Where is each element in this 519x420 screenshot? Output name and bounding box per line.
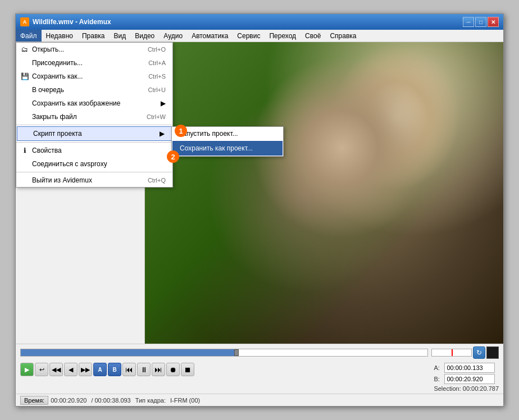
close-button[interactable]: ✕ xyxy=(488,17,499,27)
menu-properties[interactable]: ℹ Свойства xyxy=(16,144,172,157)
mark-a-button[interactable]: A xyxy=(93,363,107,376)
mark-b-button[interactable]: B xyxy=(108,363,121,376)
rewind-button[interactable]: ↩ xyxy=(35,363,48,376)
window-title: Wildlife.wmv - Avidemux xyxy=(33,18,463,26)
pause-button[interactable]: ⏸ xyxy=(137,363,151,376)
menu-edit[interactable]: Правка xyxy=(78,30,110,42)
timecode-a-label: A: xyxy=(434,364,442,371)
frame-type-value: I-FRM (00) xyxy=(170,397,200,404)
status-bar: Время: 00:00:20.920 / 00:00:38.093 Тип к… xyxy=(16,394,503,406)
timeline-track[interactable] xyxy=(20,349,428,357)
controls-timecodes-row: ▶ ↩ ◀◀ ◀ ▶▶ A B ⏮ ⏸ ⏭ ⏺ ⏹ A: B: xyxy=(16,361,503,394)
menu-own[interactable]: Своё xyxy=(301,30,325,42)
timecode-b-input[interactable] xyxy=(444,374,495,384)
frame-back-button[interactable]: ◀ xyxy=(64,363,78,376)
menu-recent[interactable]: Недавно xyxy=(42,30,78,42)
timecode-a-row: A: xyxy=(434,363,499,373)
stop-button[interactable]: ⏹ xyxy=(181,363,194,376)
open-icon: 🗂 xyxy=(20,45,30,53)
minimize-button[interactable]: ─ xyxy=(463,17,474,27)
play-button[interactable]: ▶ xyxy=(20,363,34,376)
koala-overlay xyxy=(145,42,503,344)
timeline-right: ↻ xyxy=(431,346,499,359)
maximize-button[interactable]: □ xyxy=(475,17,486,27)
step-back-button[interactable]: ◀◀ xyxy=(49,363,63,376)
selection-label: Selection: 00:00:20.787 xyxy=(434,385,499,392)
menu-audio[interactable]: Аудио xyxy=(159,30,187,42)
window-controls[interactable]: ─ □ ✕ xyxy=(463,17,499,27)
menu-sep-2 xyxy=(16,142,172,143)
video-frame xyxy=(145,42,503,344)
menu-attach[interactable]: Присоединить... Ctrl+A xyxy=(16,56,172,70)
menu-bar: Файл Недавно Правка Вид Видео Аудио Авто… xyxy=(16,30,503,42)
file-dropdown-menu: 🗂 Открыть... Ctrl+O Присоединить... Ctrl… xyxy=(16,42,173,188)
title-bar: A Wildlife.wmv - Avidemux ─ □ ✕ xyxy=(16,14,503,30)
info-icon: ℹ xyxy=(20,147,30,154)
save-project-item[interactable]: Сохранить как проект... xyxy=(172,141,283,156)
timecode-b-label: B: xyxy=(434,376,442,382)
go-start-button[interactable]: ⏮ xyxy=(122,363,136,376)
refresh-button[interactable]: ↻ xyxy=(473,346,485,359)
menu-connect[interactable]: Соединиться с avsproxy xyxy=(16,157,172,171)
menu-sep-3 xyxy=(16,172,172,172)
annotation-badge-1: 1 xyxy=(175,125,187,137)
video-area xyxy=(145,42,503,344)
selection-row: Selection: 00:00:20.787 xyxy=(434,385,499,392)
annotation-badge-2: 2 xyxy=(167,150,179,163)
video-thumbnail xyxy=(486,346,499,359)
go-end-button[interactable]: ⏭ xyxy=(152,363,165,376)
app-icon: A xyxy=(20,17,29,26)
menu-queue[interactable]: В очередь Ctrl+U xyxy=(16,83,172,97)
timeline-marker xyxy=(452,349,453,356)
time-status: Время: 00:00:20.920 xyxy=(20,396,86,405)
menu-view[interactable]: Вид xyxy=(110,30,131,42)
timeline-fill xyxy=(21,349,236,356)
menu-auto[interactable]: Автоматика xyxy=(187,30,233,42)
current-time-value: 00:00:20.920 xyxy=(51,397,86,404)
timecode-a-input[interactable] xyxy=(444,363,495,373)
menu-file[interactable]: Файл xyxy=(16,30,42,42)
frame-type-label: Тип кадра: xyxy=(135,397,166,404)
menu-open[interactable]: 🗂 Открыть... Ctrl+O xyxy=(16,43,172,56)
koala-background xyxy=(145,42,503,344)
timecode-b-row: B: xyxy=(434,374,499,384)
save-icon: 💾 xyxy=(20,72,30,80)
run-project-item[interactable]: Запустить проект... xyxy=(172,127,283,140)
script-submenu: Запустить проект... Сохранить как проект… xyxy=(171,126,284,157)
menu-help[interactable]: Справка xyxy=(325,30,361,42)
menu-sep-1 xyxy=(16,125,172,125)
record-button[interactable]: ⏺ xyxy=(166,363,180,376)
menu-close-file[interactable]: Закрыть файл Ctrl+W xyxy=(16,110,172,124)
script-submenu-arrow-icon: ▶ xyxy=(154,130,165,138)
bottom-area: ↻ ▶ ↩ ◀◀ ◀ ▶▶ A B ⏮ ⏸ ⏭ ⏺ ⏹ A: xyxy=(16,344,503,406)
total-time-value: / 00:00:38.093 xyxy=(91,397,130,404)
menu-service[interactable]: Сервис xyxy=(233,30,265,42)
frame-fwd-button[interactable]: ▶▶ xyxy=(79,363,92,376)
menu-go[interactable]: Переход xyxy=(265,30,301,42)
timeline-thumb[interactable] xyxy=(234,349,239,356)
menu-save-image[interactable]: Сохранить как изображение ▶ xyxy=(16,97,172,110)
submenu-arrow-icon: ▶ xyxy=(155,99,166,107)
timeline-row: ↻ xyxy=(16,344,503,361)
menu-exit[interactable]: Выйти из Avidemux Ctrl+Q xyxy=(16,174,172,187)
menu-script-project[interactable]: Скрипт проекта ▶ 1 Запустить проект... С… xyxy=(17,126,172,141)
timeline-right-track xyxy=(431,349,472,357)
menu-save-as[interactable]: 💾 Сохранить как... Ctrl+S xyxy=(16,70,172,83)
time-label: Время: xyxy=(20,396,48,405)
timecode-section: A: B: Selection: 00:00:20.787 xyxy=(434,363,499,392)
controls-row: ▶ ↩ ◀◀ ◀ ▶▶ A B ⏮ ⏸ ⏭ ⏺ ⏹ xyxy=(20,363,434,376)
menu-video[interactable]: Видео xyxy=(130,30,159,42)
